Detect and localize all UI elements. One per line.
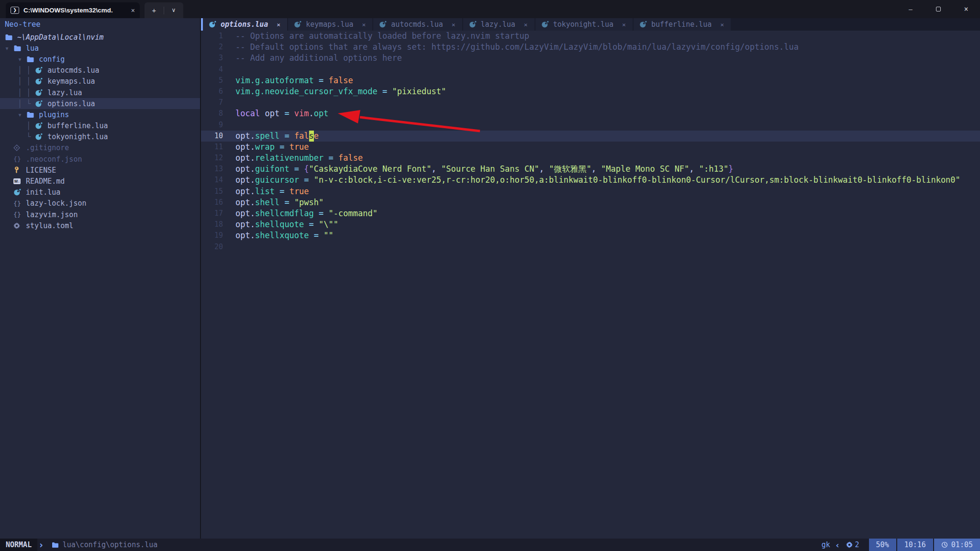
line-number: 18 (201, 219, 223, 230)
buffer-tab-tokyonight.lua[interactable]: tokyonight.lua× (535, 18, 634, 31)
tree-item-lazy.lua[interactable]: │ │ lazy.lua (0, 87, 200, 98)
code-line-3[interactable]: 3-- Add any additional options here (201, 53, 980, 64)
code-token: spell (255, 131, 279, 142)
code-token: = (323, 153, 338, 164)
tree-item-autocmds.lua[interactable]: │ │ autocmds.lua (0, 65, 200, 76)
code-line-5[interactable]: 5vim.g.autoformat = false (201, 75, 980, 86)
code-token: = (304, 219, 319, 230)
terminal-tab-close-icon[interactable]: × (131, 7, 135, 14)
tree-item-tokyonight.lua[interactable]: └ tokyonight.lua (0, 132, 200, 143)
code-line-7[interactable]: 7 (201, 97, 980, 108)
code-line-12[interactable]: 12opt.relativenumber = false (201, 153, 980, 164)
line-number: 7 (201, 97, 223, 108)
code-line-15[interactable]: 15opt.list = true (201, 186, 980, 197)
code-token: } (728, 164, 733, 175)
tree-item-plugins[interactable]: ▾ plugins (0, 109, 200, 120)
indent-guide (5, 221, 13, 230)
minimize-button[interactable]: — (897, 0, 924, 18)
code-token: = (299, 175, 314, 186)
tab-close-icon[interactable]: × (277, 21, 280, 28)
code-line-13[interactable]: 13opt.guifont = {"CaskaydiaCove Nerd Fon… (201, 164, 980, 175)
chevron-left-icon: ‹ (835, 540, 840, 550)
tree-item-label: lazy-lock.json (26, 199, 86, 208)
code-token: . (250, 208, 255, 219)
code-token: . (250, 186, 255, 197)
code-line-8[interactable]: 8local opt = vim.opt (201, 108, 980, 119)
code-line-17[interactable]: 17opt.shellcmdflag = "-command" (201, 208, 980, 219)
code-line-19[interactable]: 19opt.shellxquote = "" (201, 230, 980, 241)
code-line-1[interactable]: 1-- Options are automatically loaded bef… (201, 31, 980, 42)
statusline: NORMAL › lua\config\options.lua gk ‹ 2 5… (0, 539, 980, 551)
buffer-tab-lazy.lua[interactable]: lazy.lua× (463, 18, 535, 31)
code-token: "n-v-c:block,i-ci-ve:ver25,r-cr:hor20,o:… (314, 175, 960, 186)
markdown-icon: M↓ (13, 178, 26, 184)
file-path: lua\config\options.lua (52, 540, 158, 549)
tree-item-LICENSE[interactable]: LICENSE (0, 165, 200, 176)
file-path-text: lua\config\options.lua (63, 540, 158, 549)
terminal-tab[interactable]: ❯ C:\WINDOWS\system32\cmd. × (6, 2, 140, 18)
tab-close-icon[interactable]: × (452, 21, 456, 28)
cursor-position: 10:16 (897, 539, 933, 551)
active-tab-indicator (201, 18, 203, 31)
lua-file-icon (35, 122, 47, 130)
tree-item-config[interactable]: ▾ config (0, 54, 200, 65)
tree-item-stylua.toml[interactable]: stylua.toml (0, 220, 200, 231)
tree-item-README.md[interactable]: M↓README.md (0, 176, 200, 187)
code-token: opt (235, 153, 250, 164)
tab-dropdown-button[interactable]: ∨ (164, 2, 183, 18)
code-token: true (290, 142, 309, 153)
tree-item-AppDataLocalnvim[interactable]: ~\AppData\Local\nvim (0, 32, 200, 43)
tree-item-lazy-lock.json[interactable]: {}lazy-lock.json (0, 198, 200, 209)
folder-icon (13, 45, 26, 52)
tree-item-bufferline.lua[interactable]: │ bufferline.lua (0, 121, 200, 132)
code-line-11[interactable]: 11opt.wrap = true (201, 142, 980, 153)
tab-close-icon[interactable]: × (524, 21, 528, 28)
code-line-9[interactable]: 9 (201, 120, 980, 131)
code-line-2[interactable]: 2-- Default options that are always set:… (201, 42, 980, 53)
tree-item-options.lua[interactable]: │ └ options.lua (0, 98, 200, 109)
tree-item-.neoconf.json[interactable]: {}.neoconf.json (0, 154, 200, 165)
tree-item-label: autocmds.lua (47, 66, 99, 75)
code-token: relativenumber (255, 153, 323, 164)
code-line-16[interactable]: 16opt.shell = "pwsh" (201, 197, 980, 208)
tree-item-label: stylua.toml (26, 221, 73, 230)
code-token: . (250, 153, 255, 164)
code-line-6[interactable]: 6vim.g.neovide_cursor_vfx_mode = "pixied… (201, 86, 980, 97)
buffer-tab-keymaps.lua[interactable]: keymaps.lua× (288, 18, 373, 31)
tree-item-keymaps.lua[interactable]: │ │ keymaps.lua (0, 76, 200, 87)
tree-item-label: .neoconf.json (26, 155, 82, 164)
tab-close-icon[interactable]: × (622, 21, 626, 28)
buffer-tab-autocmds.lua[interactable]: autocmds.lua× (373, 18, 463, 31)
indent-guide: │ │ (5, 66, 35, 75)
code-line-18[interactable]: 18opt.shellquote = "\"" (201, 219, 980, 230)
buffer-tab-options.lua[interactable]: options.lua× (201, 18, 288, 31)
tree-item-lua[interactable]: ▾ lua (0, 43, 200, 54)
cursor-block: s (309, 131, 314, 142)
code-line-10[interactable]: 10opt.spell = false (201, 131, 980, 142)
tree-item-.gitignore[interactable]: .gitignore (0, 143, 200, 154)
key-icon (13, 166, 26, 174)
code-token: . (250, 230, 255, 241)
line-number: 12 (201, 153, 223, 164)
close-button[interactable]: × (952, 0, 980, 18)
new-tab-button[interactable]: + (145, 2, 164, 18)
line-number: 10 (201, 131, 223, 142)
tree-item-lazyvim.json[interactable]: {}lazyvim.json (0, 209, 200, 220)
indent-guide (5, 155, 13, 164)
tree-item-label: lua (26, 44, 39, 53)
tab-close-icon[interactable]: × (720, 21, 724, 28)
maximize-button[interactable] (924, 0, 952, 18)
code-line-4[interactable]: 4 (201, 64, 980, 75)
editor-buffer[interactable]: 1-- Options are automatically loaded bef… (201, 31, 980, 539)
code-token: guifont (255, 164, 290, 175)
code-token: = (275, 186, 290, 197)
tree-item-init.lua[interactable]: init.lua (0, 187, 200, 198)
indent-guide: │ │ (5, 88, 35, 97)
buffer-tab-bufferline.lua[interactable]: bufferline.lua× (634, 18, 732, 31)
code-line-14[interactable]: 14opt.guicursor = "n-v-c:block,i-ci-ve:v… (201, 175, 980, 186)
clock: 01:05 (934, 539, 980, 551)
tab-close-icon[interactable]: × (362, 21, 366, 28)
code-line-20[interactable]: 20 (201, 242, 980, 253)
line-number: 14 (201, 175, 223, 186)
lazy-updates[interactable]: 2 (846, 540, 859, 549)
